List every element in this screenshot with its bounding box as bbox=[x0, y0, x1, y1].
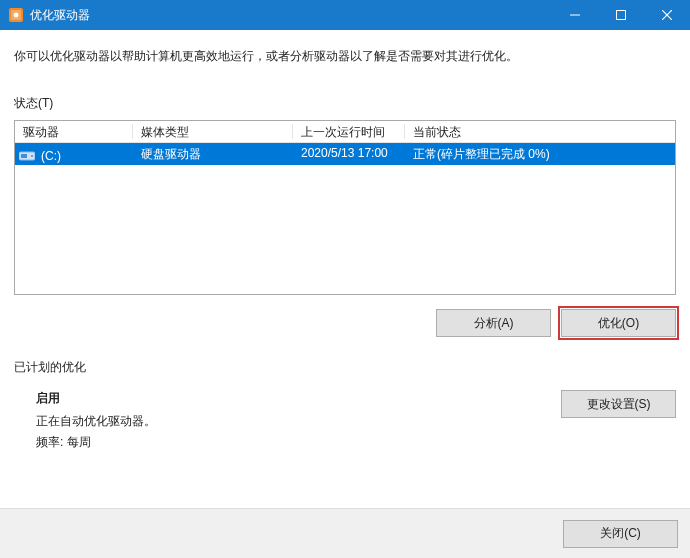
schedule-desc: 正在自动优化驱动器。 bbox=[36, 413, 561, 430]
intro-text: 你可以优化驱动器以帮助计算机更高效地运行，或者分析驱动器以了解是否需要对其进行优… bbox=[14, 48, 676, 65]
titlebar: 优化驱动器 bbox=[0, 0, 690, 30]
svg-point-10 bbox=[31, 155, 33, 157]
schedule-freq: 频率: 每周 bbox=[36, 434, 561, 451]
window-title: 优化驱动器 bbox=[30, 7, 90, 24]
close-dialog-button[interactable]: 关闭(C) bbox=[563, 520, 678, 548]
cell-drive-text: (C:) bbox=[41, 149, 61, 163]
schedule-on-label: 启用 bbox=[36, 390, 561, 407]
change-settings-button[interactable]: 更改设置(S) bbox=[561, 390, 676, 418]
table-row[interactable]: (C:) 硬盘驱动器 2020/5/13 17:00 正常(碎片整理已完成 0%… bbox=[15, 143, 675, 165]
drive-list[interactable]: 驱动器 媒体类型 上一次运行时间 当前状态 (C:) 硬盘驱动器 2020/5/… bbox=[14, 120, 676, 295]
minimize-button[interactable] bbox=[552, 0, 598, 30]
svg-rect-3 bbox=[570, 15, 580, 16]
action-row: 分析(A) 优化(O) bbox=[14, 309, 676, 337]
hdd-icon bbox=[19, 149, 35, 163]
app-icon bbox=[8, 7, 24, 23]
cell-state: 正常(碎片整理已完成 0%) bbox=[405, 143, 675, 165]
col-header-last-run[interactable]: 上一次运行时间 bbox=[293, 121, 405, 143]
svg-rect-4 bbox=[617, 11, 626, 20]
body: 你可以优化驱动器以帮助计算机更高效地运行，或者分析驱动器以了解是否需要对其进行优… bbox=[0, 30, 690, 558]
table-header-row: 驱动器 媒体类型 上一次运行时间 当前状态 bbox=[15, 121, 675, 143]
window-controls bbox=[552, 0, 690, 30]
col-header-state[interactable]: 当前状态 bbox=[405, 121, 675, 143]
maximize-button[interactable] bbox=[598, 0, 644, 30]
scheduled-section-label: 已计划的优化 bbox=[14, 359, 676, 376]
cell-drive: (C:) bbox=[15, 143, 133, 165]
analyze-button[interactable]: 分析(A) bbox=[436, 309, 551, 337]
col-header-drive[interactable]: 驱动器 bbox=[15, 121, 133, 143]
status-label: 状态(T) bbox=[14, 95, 676, 112]
svg-point-2 bbox=[14, 13, 19, 18]
cell-media: 硬盘驱动器 bbox=[133, 143, 293, 165]
close-button[interactable] bbox=[644, 0, 690, 30]
schedule-block: 启用 正在自动优化驱动器。 频率: 每周 更改设置(S) bbox=[14, 390, 676, 455]
schedule-info: 启用 正在自动优化驱动器。 频率: 每周 bbox=[14, 390, 561, 455]
cell-last-run: 2020/5/13 17:00 bbox=[293, 143, 405, 165]
optimize-button[interactable]: 优化(O) bbox=[561, 309, 676, 337]
col-header-media[interactable]: 媒体类型 bbox=[133, 121, 293, 143]
footer: 关闭(C) bbox=[0, 508, 690, 558]
svg-rect-9 bbox=[21, 154, 27, 158]
